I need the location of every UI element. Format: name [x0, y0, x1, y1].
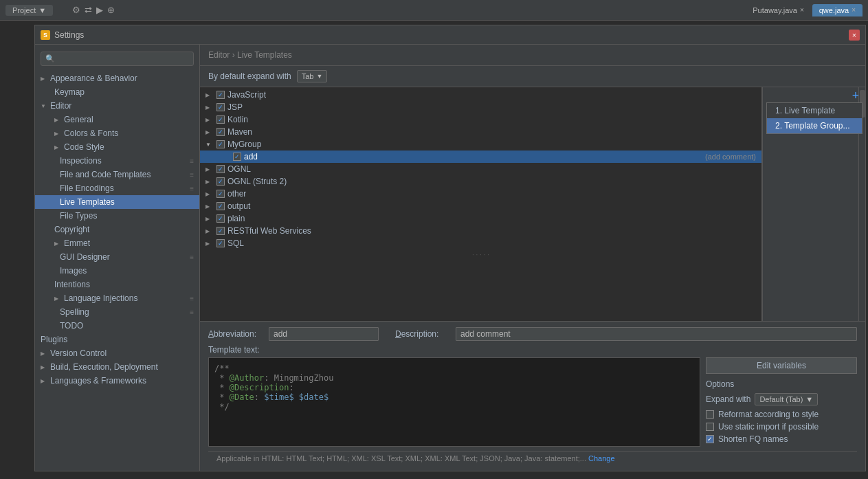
tab-qwe-close[interactable]: ×: [852, 6, 856, 14]
sidebar-item-appearance[interactable]: ▶ Appearance & Behavior: [35, 71, 199, 85]
sidebar-item-keymap[interactable]: Keymap: [35, 85, 199, 99]
comment-line: * @Description:: [214, 383, 294, 392]
dropdown-item-template-group[interactable]: 2. Template Group...: [767, 118, 862, 133]
tl-item-jsp[interactable]: ▶ JSP: [200, 101, 761, 113]
sidebar-item-spelling[interactable]: Spelling ≡: [35, 305, 199, 319]
sidebar-item-colors-fonts[interactable]: ▶ Colors & Fonts: [35, 126, 199, 140]
tl-item-ognl-struts[interactable]: ▶ OGNL (Struts 2): [200, 175, 761, 188]
tl-item-javascript[interactable]: ▶ JavaScript: [200, 89, 761, 101]
template-checkbox[interactable]: [216, 91, 225, 99]
close-icon: ×: [852, 31, 856, 39]
sidebar-item-todo[interactable]: TODO: [35, 319, 199, 333]
tl-item-ognl[interactable]: ▶ OGNL: [200, 163, 761, 175]
debug-icon[interactable]: ⊕: [107, 5, 115, 15]
sidebar-item-version-control[interactable]: ▶ Version Control: [35, 346, 199, 360]
dialog-close-button[interactable]: ×: [849, 30, 860, 41]
tl-item-plain[interactable]: ▶ plain: [200, 212, 761, 225]
template-checkbox[interactable]: [216, 115, 225, 124]
settings-dialog: S Settings × 🔍 ▶ Appearance & Behavior K…: [34, 25, 866, 471]
change-link[interactable]: Change: [588, 454, 615, 463]
expand-with-select[interactable]: Default (Tab) ▼: [755, 393, 818, 405]
sidebar-item-language-injections[interactable]: ▶ Language Injections ≡: [35, 291, 199, 305]
template-checkbox[interactable]: [216, 227, 225, 235]
expand-select[interactable]: Tab ▼: [297, 70, 328, 82]
tab-putaway[interactable]: Putaway.java ×: [746, 4, 810, 16]
sidebar-item-copyright[interactable]: Copyright: [35, 223, 199, 236]
checkbox-static-import-box[interactable]: [706, 423, 714, 431]
arrow-icon: ▶: [54, 241, 61, 247]
search-input[interactable]: [58, 55, 189, 63]
template-checkbox[interactable]: [216, 239, 225, 247]
sidebar-item-file-types[interactable]: File Types: [35, 209, 199, 223]
sidebar-item-intentions[interactable]: Intentions: [35, 278, 199, 291]
description-input[interactable]: [456, 327, 857, 341]
tab-qwe[interactable]: qwe.java ×: [812, 4, 863, 16]
tl-item-kotlin[interactable]: ▶ Kotlin: [200, 113, 761, 126]
expand-with-row: Expand with Default (Tab) ▼: [706, 393, 857, 405]
tl-item-output[interactable]: ▶ output: [200, 200, 761, 212]
template-list-inner: ▶ JavaScript ▶ JSP ▶: [200, 87, 761, 261]
sidebar-item-emmet[interactable]: ▶ Emmet: [35, 236, 199, 250]
tl-item-other[interactable]: ▶ other: [200, 188, 761, 200]
template-checkbox[interactable]: [216, 190, 225, 198]
sidebar-item-editor[interactable]: ▼ Editor: [35, 99, 199, 113]
sidebar-item-label: Editor: [50, 101, 71, 111]
sidebar-item-label: File Encodings: [60, 183, 114, 193]
sidebar-item-images[interactable]: Images: [35, 264, 199, 278]
checkbox-reformat-box[interactable]: [706, 410, 714, 419]
template-checkbox[interactable]: [233, 153, 241, 161]
sidebar-item-label: Languages & Frameworks: [50, 376, 146, 386]
project-button[interactable]: Project ▼: [5, 5, 53, 16]
arrow-icon: ▶: [54, 131, 61, 137]
dropdown-arrow-icon: ▼: [317, 73, 323, 80]
template-checkbox[interactable]: [216, 140, 225, 148]
sidebar-item-inspections[interactable]: Inspections ≡: [35, 154, 199, 168]
checkbox-shorten-eq-box[interactable]: [706, 435, 714, 443]
sidebar-item-file-encodings[interactable]: File Encodings ≡: [35, 181, 199, 195]
template-desc-label: (add comment): [705, 153, 756, 161]
project-arrow: ▼: [38, 6, 46, 14]
search-box[interactable]: 🔍: [41, 52, 194, 66]
sidebar-item-languages-frameworks[interactable]: ▶ Languages & Frameworks: [35, 374, 199, 388]
applicable-text: Applicable in HTML: HTML Text; HTML; XML…: [208, 451, 857, 465]
template-checkbox[interactable]: [216, 165, 225, 173]
checkbox-reformat[interactable]: Reformat according to style: [706, 410, 857, 419]
tl-item-sql[interactable]: ▶ SQL: [200, 237, 761, 249]
sidebar-item-gui-designer[interactable]: GUI Designer ≡: [35, 250, 199, 264]
template-checkbox[interactable]: [216, 128, 225, 136]
template-text-area[interactable]: /** * @Author: MingmingZhou * @Descripti…: [208, 357, 700, 447]
run-icon[interactable]: ▶: [96, 5, 103, 15]
sidebar-item-general[interactable]: ▶ General: [35, 113, 199, 126]
comment-line: /**: [214, 364, 230, 373]
abbreviation-row: Abbreviation: Description:: [208, 327, 857, 341]
settings-icon: ≡: [190, 157, 194, 165]
sidebar-item-build-execution[interactable]: ▶ Build, Execution, Deployment: [35, 360, 199, 374]
arrow-icon: ▶: [205, 191, 214, 197]
breadcrumb: Editor › Live Templates: [208, 50, 292, 60]
checkbox-shorten-eq[interactable]: Shorten FQ names: [706, 434, 857, 444]
add-dropdown-menu: 1. Live Template 2. Template Group...: [766, 102, 863, 134]
tl-item-add[interactable]: add (add comment): [200, 151, 761, 163]
tl-item-restful[interactable]: ▶ RESTful Web Services: [200, 225, 761, 237]
template-checkbox[interactable]: [216, 103, 225, 111]
template-checkbox[interactable]: [216, 214, 225, 223]
checkbox-static-import[interactable]: Use static import if possible: [706, 422, 857, 432]
arrow-icon: ▶: [205, 241, 214, 247]
sidebar-item-file-code-templates[interactable]: File and Code Templates ≡: [35, 168, 199, 181]
abbreviation-input[interactable]: [269, 327, 379, 341]
template-checkbox[interactable]: [216, 177, 225, 186]
template-checkbox[interactable]: [216, 202, 225, 210]
sync-icon[interactable]: ⇄: [85, 5, 92, 15]
tl-item-mygroup[interactable]: ▼ MyGroup: [200, 138, 761, 151]
settings-icon[interactable]: ⚙: [72, 5, 80, 15]
tl-item-maven[interactable]: ▶ Maven: [200, 126, 761, 138]
dropdown-item-live-template[interactable]: 1. Live Template: [767, 103, 862, 118]
sidebar-item-plugins[interactable]: Plugins: [35, 333, 199, 346]
tab-putaway-close[interactable]: ×: [800, 6, 804, 14]
template-group-label: OGNL: [227, 164, 756, 174]
sidebar-item-label: Inspections: [60, 156, 102, 166]
sidebar-item-live-templates[interactable]: Live Templates: [35, 195, 199, 209]
sidebar-item-label: Language Injections: [64, 293, 137, 303]
edit-variables-button[interactable]: Edit variables: [706, 357, 857, 374]
sidebar-item-code-style[interactable]: ▶ Code Style: [35, 140, 199, 154]
